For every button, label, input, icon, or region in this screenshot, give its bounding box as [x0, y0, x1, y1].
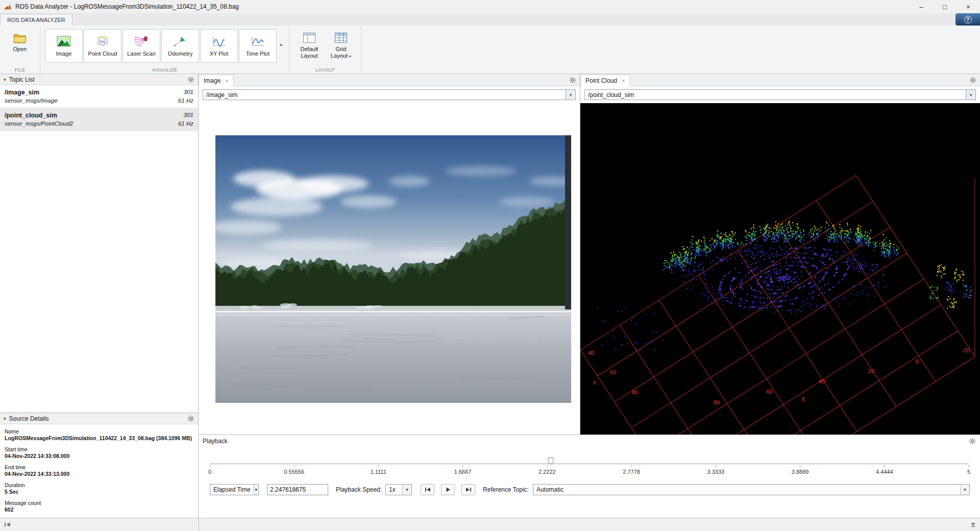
time-plot-button[interactable]: Time Plot: [239, 29, 277, 63]
point-cloud-topic-combo-row: /point_cloud_sim ▾: [580, 86, 980, 103]
tick-label: 0.55556: [284, 469, 304, 475]
slider-tick: 0: [208, 465, 211, 475]
slider-tick: 1.1111: [371, 465, 386, 475]
collapse-panel-button[interactable]: [0, 522, 11, 527]
tab-image-label: Image: [204, 77, 220, 84]
topic-message-count: 301: [184, 112, 193, 119]
close-icon[interactable]: ×: [622, 78, 625, 84]
chevron-down-icon: ▾: [566, 90, 575, 100]
axis-tick-label: 0: [916, 358, 919, 365]
image-icon: [57, 35, 71, 47]
gear-icon[interactable]: [969, 438, 976, 445]
tick-label: 3.8889: [792, 469, 809, 475]
slider-tick: 1.6667: [454, 465, 472, 475]
point-cloud-topic-select[interactable]: /point_cloud_sim ▾: [584, 89, 976, 100]
topic-row[interactable]: /point_cloud_sim301sensor_msgs/PointClou…: [0, 108, 198, 131]
axis-tick-label: 40: [818, 378, 824, 384]
point-cloud-button-label: Point Cloud: [88, 51, 117, 57]
source-detail-field: Start time04-Nov-2022 14:33:08.000: [5, 446, 193, 459]
collapse-arrow-icon[interactable]: ▾: [4, 416, 6, 421]
open-button[interactable]: Open: [4, 29, 36, 55]
minimize-button[interactable]: –: [910, 0, 933, 13]
tick-label: 3.3333: [707, 469, 725, 475]
gear-icon[interactable]: [569, 77, 576, 84]
topic-rate: 61 Hz: [178, 120, 193, 127]
grid-layout-button[interactable]: Grid Layout ▾: [325, 29, 357, 61]
collapse-bottom-button[interactable]: [970, 522, 980, 527]
field-label: Start time: [5, 446, 193, 452]
tab-point-cloud[interactable]: Point Cloud ×: [580, 75, 630, 86]
slider-tick: 2.2222: [538, 465, 556, 475]
odometry-button-label: Odometry: [168, 51, 192, 57]
section-label-file: FILE: [0, 67, 40, 73]
step-forward-button[interactable]: [461, 484, 475, 495]
playback-controls: Elapsed Time ▾ Playback Speed: 1x ▾: [210, 484, 970, 495]
time-mode-select[interactable]: Elapsed Time ▾: [210, 484, 259, 495]
source-details-header: ▾ Source Details: [0, 413, 198, 424]
chevron-down-icon: ▾: [254, 485, 258, 495]
topic-type: sensor_msgs/PointCloud2: [5, 120, 178, 127]
tick-label: 2.2222: [538, 469, 556, 475]
laser-scan-button[interactable]: Laser Scan: [122, 29, 160, 63]
field-value: 04-Nov-2022 14:33:08.000: [5, 453, 193, 459]
topic-message-count: 301: [184, 89, 193, 96]
playback-slider[interactable]: [210, 457, 969, 465]
image-display: [199, 103, 580, 435]
source-details-panel: ▾ Source Details NameLogROSMessageFrom3D…: [0, 413, 198, 518]
step-back-button[interactable]: [421, 484, 434, 495]
playback-panel: Playback 00.555561.11111.66672.22222.777…: [199, 435, 980, 518]
section-label-visualize: VISUALIZE: [40, 67, 289, 73]
gear-icon[interactable]: [187, 415, 194, 422]
axis-tick-label: 80: [632, 389, 638, 395]
slider-tick: 2.7778: [623, 465, 640, 475]
chevron-down-icon: ▾: [966, 90, 975, 100]
image-viewer-panel: Image × /image_sim ▾: [199, 74, 580, 435]
tab-image[interactable]: Image ×: [199, 75, 234, 86]
topic-name: /image_sim: [5, 89, 178, 96]
image-button[interactable]: Image: [45, 29, 83, 63]
default-layout-button[interactable]: Default Layout: [293, 29, 325, 61]
image-topic-select[interactable]: /image_sim ▾: [203, 89, 576, 100]
gear-icon[interactable]: [969, 77, 976, 84]
close-icon[interactable]: ×: [225, 78, 228, 84]
axes-labels: 406080-20020406080XY: [588, 348, 970, 406]
slider-tick: 3.8889: [792, 465, 809, 475]
topic-row[interactable]: /image_sim301sensor_msgs/Image61 Hz: [0, 85, 198, 108]
point-cloud-canvas[interactable]: 406080-20020406080XY: [580, 103, 980, 435]
tick-label: 2.7778: [623, 469, 640, 475]
topic-list-rows: /image_sim301sensor_msgs/Image61 Hz/poin…: [0, 85, 198, 131]
point-cloud-display[interactable]: 406080-20020406080XY: [580, 103, 980, 435]
playback-slider-zone: 00.555561.11111.66672.22222.77783.33333.…: [199, 447, 980, 477]
tab-ros-data-analyzer[interactable]: ROS DATA ANALYZER: [0, 14, 72, 26]
xy-plot-button[interactable]: XY Plot: [200, 29, 238, 63]
slider-tick: 5: [967, 465, 970, 475]
source-detail-field: NameLogROSMessageFrom3DSimulation_110422…: [5, 428, 193, 441]
reference-topic-value: Automatic: [533, 485, 960, 495]
tick-label: 1.6667: [454, 469, 472, 475]
ros-data-analyzer-window: ROS Data Analyzer - LogROSMessageFrom3DS…: [0, 0, 980, 531]
ribbon-toolbar: Open FILE Image: [0, 26, 980, 74]
visualize-overflow-button[interactable]: ▾: [277, 29, 285, 60]
playback-slider-thumb[interactable]: [548, 457, 554, 465]
field-value: 602: [5, 506, 193, 513]
collapse-arrow-icon[interactable]: ▾: [4, 77, 6, 82]
odometry-button[interactable]: Odometry: [161, 29, 199, 63]
playback-speed-select[interactable]: 1x ▾: [385, 484, 412, 495]
open-label: Open: [13, 46, 27, 53]
ribbon-tabstrip: ROS DATA ANALYZER ?: [0, 13, 980, 26]
chevron-down-icon: ▾: [349, 54, 351, 59]
xy-plot-icon: [212, 35, 226, 47]
close-button[interactable]: ×: [957, 0, 980, 13]
reference-topic-select[interactable]: Automatic ▾: [533, 484, 970, 495]
gear-icon[interactable]: [187, 76, 194, 83]
axis-tick-label: 80: [714, 399, 720, 405]
laser-scan-button-label: Laser Scan: [127, 51, 156, 57]
axes-grid: [580, 176, 975, 435]
point-cloud-button[interactable]: Point Cloud: [84, 29, 121, 63]
maximize-button[interactable]: □: [933, 0, 957, 13]
play-button[interactable]: [441, 484, 455, 495]
help-icon: ?: [964, 16, 972, 23]
topic-type: sensor_msgs/Image: [5, 98, 178, 104]
time-input[interactable]: [267, 484, 328, 495]
help-button[interactable]: ?: [955, 13, 980, 26]
